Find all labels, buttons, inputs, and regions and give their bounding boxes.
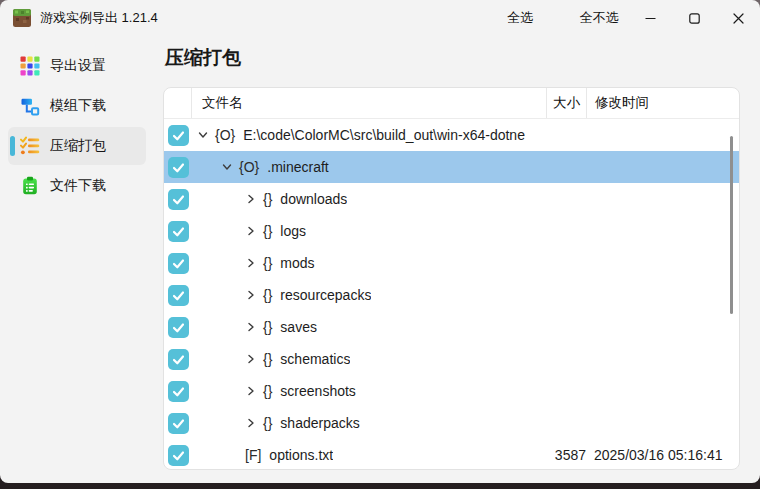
checkbox-cell: [164, 445, 191, 466]
sidebar-item-label: 压缩打包: [50, 137, 106, 155]
file-name: shaderpacks: [280, 415, 359, 431]
header-file-name[interactable]: 文件名: [191, 88, 546, 118]
checkbox-cell: [164, 189, 191, 210]
maximize-icon: [689, 13, 700, 24]
name-cell: {}resourcepacks: [191, 287, 544, 303]
name-cell: {O}E:\code\ColorMC\src\build_out\win-x64…: [191, 127, 544, 143]
row-checkbox[interactable]: [168, 125, 189, 146]
table-header: 文件名 大小 修改时间: [164, 88, 739, 119]
file-name: logs: [280, 223, 306, 239]
chevron-right-icon[interactable]: [245, 193, 259, 205]
file-name: resourcepacks: [280, 287, 371, 303]
chevron-right-icon[interactable]: [245, 385, 259, 397]
chevron-right-icon[interactable]: [245, 353, 259, 365]
row-checkbox[interactable]: [168, 317, 189, 338]
vertical-scrollbar[interactable]: [730, 136, 733, 314]
chevron-down-icon[interactable]: [221, 161, 235, 173]
sidebar-item-label: 模组下载: [50, 97, 106, 115]
page-title: 压缩打包: [165, 45, 241, 71]
name-cell: {}saves: [191, 319, 544, 335]
table-row[interactable]: {O}.minecraft: [164, 151, 739, 183]
folder-closed-glyph: {}: [263, 351, 272, 367]
table-row[interactable]: {}schematics: [164, 343, 739, 375]
file-name: downloads: [280, 191, 347, 207]
color-grid-icon: [20, 56, 40, 76]
file-modified: 2025/03/16 05:16:41: [586, 447, 739, 463]
sidebar-item-compress-package[interactable]: 压缩打包: [8, 127, 146, 165]
file-name: options.txt: [269, 447, 333, 463]
chevron-right-icon[interactable]: [245, 417, 259, 429]
select-all-button[interactable]: 全选: [488, 0, 552, 36]
sidebar-item-label: 文件下载: [50, 177, 106, 195]
folder-closed-glyph: {}: [263, 319, 272, 335]
folder-closed-glyph: {}: [263, 383, 272, 399]
sidebar-item-mod-download[interactable]: 模组下载: [8, 87, 146, 125]
clipboard-icon: [20, 176, 40, 196]
checkbox-cell: [164, 285, 191, 306]
name-cell: {}downloads: [191, 191, 544, 207]
chevron-down-icon[interactable]: [197, 129, 211, 141]
row-checkbox[interactable]: [168, 189, 189, 210]
table-row[interactable]: {}downloads: [164, 183, 739, 215]
name-cell: [F]options.txt: [191, 447, 544, 463]
file-name: .minecraft: [267, 159, 328, 175]
minimize-icon: [645, 13, 656, 24]
flowchart-icon: [20, 96, 40, 116]
checkbox-cell: [164, 157, 191, 178]
row-checkbox[interactable]: [168, 285, 189, 306]
sidebar-item-file-download[interactable]: 文件下载: [8, 167, 146, 205]
name-cell: {}mods: [191, 255, 544, 271]
checkbox-cell: [164, 413, 191, 434]
minimize-button[interactable]: [628, 0, 672, 36]
checkbox-cell: [164, 349, 191, 370]
file-size: 3587: [544, 447, 586, 463]
file-glyph: [F]: [245, 447, 261, 463]
row-checkbox[interactable]: [168, 253, 189, 274]
close-button[interactable]: [716, 0, 760, 36]
table-row[interactable]: {}resourcepacks: [164, 279, 739, 311]
chevron-right-icon[interactable]: [245, 321, 259, 333]
table-row[interactable]: {}logs: [164, 215, 739, 247]
checklist-icon: [20, 136, 40, 156]
file-name: screenshots: [280, 383, 355, 399]
header-size[interactable]: 大小: [546, 88, 586, 118]
file-tree-rows: {O}E:\code\ColorMC\src\build_out\win-x64…: [164, 119, 739, 470]
header-modified[interactable]: 修改时间: [586, 88, 739, 118]
row-checkbox[interactable]: [168, 157, 189, 178]
chevron-right-icon[interactable]: [245, 289, 259, 301]
row-checkbox[interactable]: [168, 349, 189, 370]
folder-closed-glyph: {}: [263, 287, 272, 303]
row-checkbox[interactable]: [168, 445, 189, 466]
row-checkbox[interactable]: [168, 381, 189, 402]
table-row[interactable]: {}saves: [164, 311, 739, 343]
folder-closed-glyph: {}: [263, 415, 272, 431]
file-tree-card: 文件名 大小 修改时间 {O}E:\code\ColorMC\src\build…: [163, 87, 740, 470]
table-row[interactable]: [F]options.txt35872025/03/16 05:16:41: [164, 439, 739, 470]
folder-closed-glyph: {}: [263, 223, 272, 239]
checkbox-cell: [164, 125, 191, 146]
folder-closed-glyph: {}: [263, 255, 272, 271]
file-name: saves: [280, 319, 317, 335]
file-name: E:\code\ColorMC\src\build_out\win-x64-do…: [243, 127, 525, 143]
file-name: schematics: [280, 351, 350, 367]
export-window: 游戏实例导出 1.21.4 全选 全不选 导出设置: [0, 0, 760, 483]
sidebar: 导出设置 模组下载: [0, 0, 152, 483]
name-cell: {O}.minecraft: [191, 159, 544, 175]
chevron-right-icon[interactable]: [245, 225, 259, 237]
file-name: mods: [280, 255, 314, 271]
header-checkbox-column: [164, 88, 191, 118]
close-icon: [733, 13, 744, 24]
table-row[interactable]: {}screenshots: [164, 375, 739, 407]
checkbox-cell: [164, 221, 191, 242]
name-cell: {}logs: [191, 223, 544, 239]
row-checkbox[interactable]: [168, 221, 189, 242]
table-row[interactable]: {O}E:\code\ColorMC\src\build_out\win-x64…: [164, 119, 739, 151]
folder-open-glyph: {O}: [239, 159, 259, 175]
sidebar-item-export-settings[interactable]: 导出设置: [8, 47, 146, 85]
deselect-all-button[interactable]: 全不选: [562, 0, 636, 36]
table-row[interactable]: {}mods: [164, 247, 739, 279]
chevron-right-icon[interactable]: [245, 257, 259, 269]
maximize-button[interactable]: [672, 0, 716, 36]
table-row[interactable]: {}shaderpacks: [164, 407, 739, 439]
row-checkbox[interactable]: [168, 413, 189, 434]
